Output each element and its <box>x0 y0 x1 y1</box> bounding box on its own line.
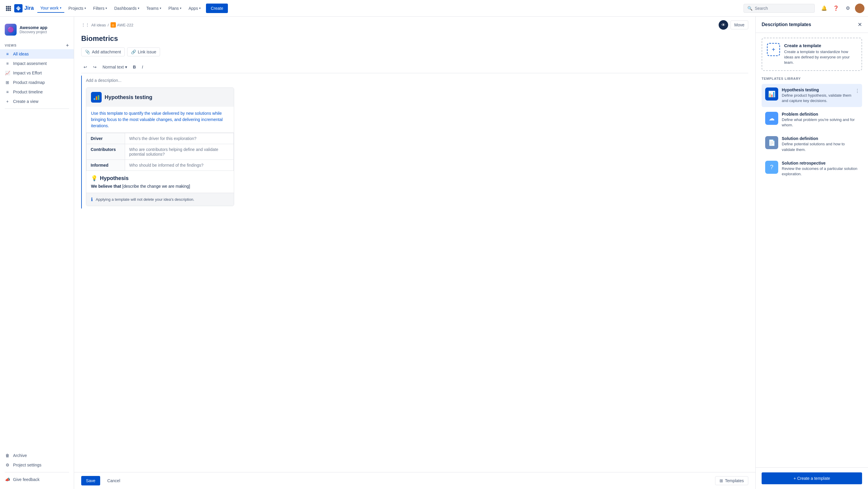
svg-rect-5 <box>9 8 11 9</box>
nav-filters[interactable]: Filters ▾ <box>90 4 110 12</box>
template-lib-desc: Define product hypothesis, validate them… <box>782 93 859 104</box>
sidebar-item-label: Product roadmap <box>13 80 45 85</box>
nav-dashboards[interactable]: Dashboards ▾ <box>111 4 142 12</box>
templates-list: 📊 Hypothesis testing Define product hypo… <box>762 84 862 181</box>
paperclip-icon: 📎 <box>85 50 90 54</box>
sidebar-item-create-view[interactable]: + Create a view <box>0 97 74 106</box>
redo-button[interactable]: ↪ <box>91 63 99 70</box>
breadcrumb: ⋮⋮ All ideas / ◎ AWE-222 👁 Move <box>74 17 755 32</box>
sidebar: 🟣 Awesome app Discovery project VIEWS + … <box>0 17 74 489</box>
sidebar-item-impact-assessment[interactable]: ≡ Impact assesment <box>0 59 74 68</box>
link-icon: 🔗 <box>131 50 136 54</box>
watch-button[interactable]: 👁 <box>719 20 728 30</box>
template-lib-icon: ? <box>765 161 778 174</box>
nav-plans[interactable]: Plans ▾ <box>165 4 184 12</box>
sidebar-item-archive[interactable]: 🗑 Archive <box>0 451 74 460</box>
product-timeline-icon: ≡ <box>5 90 10 94</box>
templates-button[interactable]: ⊞ Templates <box>715 476 748 485</box>
template-lib-name: Solution retrospective <box>782 161 859 166</box>
undo-button[interactable]: ↩ <box>81 63 90 70</box>
svg-rect-7 <box>8 9 9 11</box>
template-lib-item[interactable]: ☁ Problem definition Define what problem… <box>762 108 862 132</box>
project-name: Awesome app <box>20 25 48 30</box>
search-placeholder: Search <box>755 6 768 11</box>
avatar[interactable] <box>855 4 864 13</box>
sidebar-item-label: Impact assesment <box>13 61 47 66</box>
add-attachment-button[interactable]: 📎 Add attachment <box>81 48 125 56</box>
sidebar-item-product-timeline[interactable]: ≡ Product timeline <box>0 87 74 97</box>
top-navigation: Jira Your work ▾ Projects ▾ Filters ▾ Da… <box>0 0 868 17</box>
create-button[interactable]: Create <box>206 4 228 13</box>
sidebar-item-label: Impact vs Effort <box>13 70 42 75</box>
library-label: TEMPLATES LIBRARY <box>762 77 862 80</box>
nav-teams[interactable]: Teams ▾ <box>144 4 164 12</box>
sidebar-item-product-roadmap[interactable]: ⊞ Product roadmap <box>0 78 74 87</box>
move-button[interactable]: Move <box>731 21 748 29</box>
svg-rect-0 <box>6 6 7 7</box>
sidebar-item-label: Project settings <box>13 463 41 467</box>
sidebar-item-impact-effort[interactable]: 📈 Impact vs Effort <box>0 68 74 78</box>
sidebar-item-project-settings[interactable]: ⚙ Project settings <box>0 460 74 470</box>
sidebar-item-all-ideas[interactable]: ≡ All ideas <box>0 49 74 59</box>
template-lib-icon: 📄 <box>765 136 778 149</box>
breadcrumb-actions: 👁 Move <box>719 20 748 30</box>
issue-title: Biometrics <box>74 32 755 48</box>
search-bar[interactable]: 🔍 Search <box>744 4 815 13</box>
bold-button[interactable]: B <box>131 63 138 70</box>
svg-rect-6 <box>6 9 7 11</box>
sidebar-divider-2 <box>5 472 69 472</box>
template-table: DriverWho's the driver for this explorat… <box>86 133 234 171</box>
editor-content: Add a description... Hypothes <box>81 76 748 208</box>
create-template-title: Create a template <box>784 43 857 48</box>
help-button[interactable]: ❓ <box>831 4 841 13</box>
template-lib-name: Hypothesis testing <box>782 87 859 92</box>
sidebar-item-label: Create a view <box>13 99 38 104</box>
svg-rect-9 <box>94 98 95 100</box>
link-issue-button[interactable]: 🔗 Link issue <box>127 48 160 56</box>
project-settings-icon: ⚙ <box>5 463 10 467</box>
jira-logo[interactable]: Jira <box>14 4 34 12</box>
template-lib-icon: ☁ <box>765 112 778 125</box>
format-chevron-icon: ▾ <box>125 65 127 69</box>
svg-rect-11 <box>98 95 99 100</box>
info-icon: ℹ <box>91 197 93 202</box>
save-button[interactable]: Save <box>81 476 100 485</box>
svg-rect-1 <box>8 6 9 7</box>
template-lib-item[interactable]: 📄 Solution definition Define potential s… <box>762 133 862 156</box>
cancel-button[interactable]: Cancel <box>102 476 125 485</box>
italic-button[interactable]: I <box>140 63 146 70</box>
editor-bottom-bar: Save Cancel ⊞ Templates <box>74 472 755 489</box>
template-lib-item[interactable]: 📊 Hypothesis testing Define product hypo… <box>762 84 862 107</box>
template-preview-header: Hypothesis testing <box>86 88 234 107</box>
nav-apps[interactable]: Apps ▾ <box>186 4 204 12</box>
jira-logo-text: Jira <box>24 5 34 11</box>
create-template-card[interactable]: + Create a template Create a template to… <box>762 38 862 71</box>
archive-icon: 🗑 <box>5 453 10 458</box>
add-view-button[interactable]: + <box>66 43 69 48</box>
create-template-big-button[interactable]: + Create a template <box>762 472 862 484</box>
templates-icon: ⊞ <box>719 478 723 483</box>
template-lib-item[interactable]: ? Solution retrospective Review the outc… <box>762 157 862 180</box>
nav-projects[interactable]: Projects ▾ <box>65 4 89 12</box>
nav-your-work[interactable]: Your work ▾ <box>37 4 64 13</box>
template-lib-desc: Define what problem you're solving and f… <box>782 117 859 128</box>
template-options-icon[interactable]: ⋮ <box>855 88 860 94</box>
template-preview-title: Hypothesis testing <box>104 94 152 100</box>
grid-icon[interactable] <box>4 4 13 13</box>
sidebar-item-label: Archive <box>13 453 27 458</box>
sidebar-bottom: 🗑 Archive ⚙ Project settings 📣 Give feed… <box>0 451 74 484</box>
sidebar-item-feedback[interactable]: 📣 Give feedback <box>0 475 74 484</box>
right-panel-title: Description templates <box>762 22 811 27</box>
template-lib-icon: 📊 <box>765 87 778 100</box>
breadcrumb-issue-id[interactable]: AWE-222 <box>117 23 133 27</box>
breadcrumb-all-ideas[interactable]: All ideas <box>91 23 106 27</box>
format-select[interactable]: Normal text ▾ <box>100 63 129 70</box>
notifications-button[interactable]: 🔔 <box>819 4 829 13</box>
close-panel-button[interactable]: ✕ <box>858 21 862 28</box>
editor-placeholder[interactable]: Add a description... <box>86 76 748 85</box>
template-preview-desc: Use this template to quantify the value … <box>86 107 234 133</box>
right-panel-body: + Create a template Create a template to… <box>756 33 868 467</box>
hypothesis-title: Hypothesis <box>100 175 129 181</box>
create-template-plus-icon: + <box>767 43 780 56</box>
settings-button[interactable]: ⚙ <box>843 4 852 13</box>
